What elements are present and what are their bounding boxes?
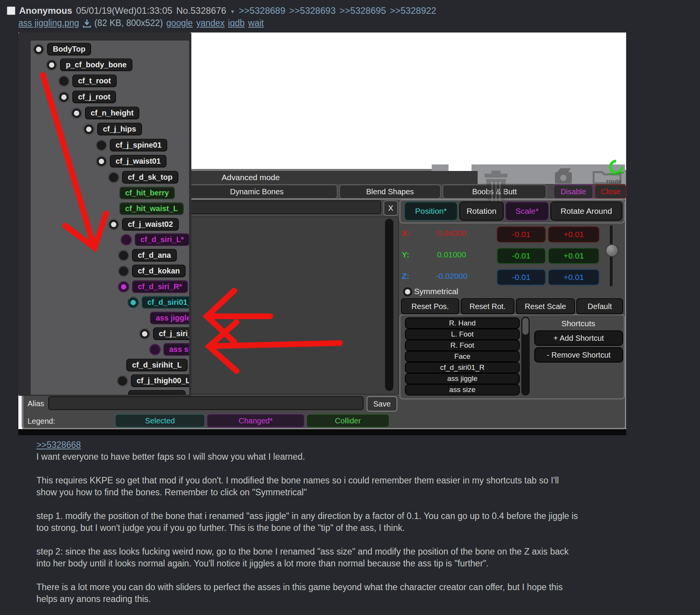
post-number[interactable]: No.5328676 [176, 5, 226, 16]
shortcut-item[interactable]: ass jiggle [405, 373, 520, 384]
bone-chip[interactable]: cf_j_thigh00_L [131, 374, 189, 387]
axis-z-plus-button[interactable]: +0.01 [548, 269, 599, 285]
backlink[interactable]: >>5328695 [339, 5, 386, 16]
post-checkbox[interactable] [7, 7, 15, 15]
file-name-link[interactable]: ass jiggling.png [18, 18, 79, 28]
bone-chip[interactable]: cf_n_height [85, 107, 139, 119]
mode-scale-button[interactable]: Scale* [505, 202, 549, 221]
expand-toggle[interactable] [46, 59, 57, 71]
expand-toggle[interactable] [71, 107, 82, 119]
file-info-row: ass jiggling.png (82 KB, 800x522) google… [18, 18, 264, 28]
post-menu-icon[interactable]: ▼ [230, 9, 235, 15]
search-link-google[interactable]: google [166, 18, 193, 28]
search-link-iqdb[interactable]: iqdb [228, 18, 245, 28]
backlink[interactable]: >>5328689 [239, 5, 285, 16]
expand-toggle[interactable] [149, 344, 161, 355]
shortcut-item[interactable]: L. Foot [405, 329, 520, 340]
expand-toggle[interactable] [127, 297, 139, 308]
shortcut-item[interactable]: ass size [405, 384, 520, 395]
remove-shortcut-button[interactable]: - Remove Shortcut [534, 347, 623, 363]
expand-toggle[interactable] [83, 124, 95, 135]
shortcut-item[interactable]: R. Foot [405, 340, 520, 351]
alias-label: Alias [28, 399, 44, 408]
tab-close[interactable]: Close [595, 184, 627, 199]
bone-chip[interactable]: cf_d_siri01_R* [142, 296, 189, 309]
bone-chip[interactable]: cf_hit_berry [119, 187, 175, 199]
expand-toggle[interactable] [96, 140, 107, 151]
alias-input[interactable] [48, 396, 364, 410]
bone-chip[interactable]: ass jiggle* [150, 312, 189, 324]
shortcut-item[interactable]: cf_d_siri01_R [405, 362, 520, 373]
bone-list-scrollbar[interactable] [385, 219, 393, 391]
tab-blend-shapes[interactable]: Blend Shapes [339, 184, 441, 199]
window-title: Advanced mode [222, 173, 280, 182]
axis-x-plus-button[interactable]: +0.01 [548, 226, 599, 242]
shortcuts-scrollbar-thumb[interactable] [522, 318, 529, 335]
save-button[interactable]: Save [367, 396, 397, 412]
default-button[interactable]: Default [576, 298, 623, 314]
expand-toggle[interactable] [58, 75, 70, 87]
symmetrical-label: Symmetrical [414, 287, 459, 296]
search-clear-button[interactable]: X [383, 200, 398, 216]
bone-chip[interactable]: cf_d_siri_R* [132, 280, 188, 293]
shortcut-item[interactable]: Face [405, 351, 520, 362]
search-link-wait[interactable]: wait [248, 18, 264, 28]
bone-chip[interactable]: cf_j_hips [97, 123, 142, 135]
download-icon[interactable] [83, 19, 91, 28]
bone-chip[interactable]: cf_t_root [72, 75, 117, 87]
body-paragraph: This requires KKPE so get that mod if yo… [36, 475, 582, 498]
reset-pos-button[interactable]: Reset Pos. [401, 298, 459, 314]
bone-chip[interactable]: cf_j_spine01 [110, 139, 167, 151]
tab-disable[interactable]: Disable [553, 184, 593, 199]
axis-y-plus-button[interactable]: +0.01 [548, 248, 599, 264]
bone-chip[interactable]: p_cf_body_bone [60, 59, 132, 71]
bone-chip[interactable]: cf_d_sirihit_L [126, 359, 188, 371]
expand-toggle[interactable] [108, 172, 119, 183]
route-icon [607, 159, 625, 178]
search-link-yandex[interactable]: yandex [196, 18, 225, 28]
expand-toggle[interactable] [108, 219, 119, 230]
axis-y-minus-button[interactable]: -0.01 [497, 248, 546, 264]
bone-chip[interactable]: cf_j_waist01 [110, 155, 166, 168]
axis-x-minus-button[interactable]: -0.01 [497, 226, 546, 242]
expand-toggle[interactable] [139, 328, 150, 340]
bone-chip[interactable]: cf_j_root [72, 91, 116, 103]
bone-chip[interactable]: cf_d_ana [132, 249, 177, 262]
expand-toggle[interactable] [121, 234, 132, 246]
bone-chip[interactable]: cf_j_waist02 [122, 218, 179, 231]
expand-toggle[interactable] [118, 265, 129, 277]
add-shortcut-button[interactable]: + Add Shortcut [534, 330, 623, 346]
expand-toggle[interactable] [58, 91, 70, 103]
shortcuts-scrollbar[interactable] [521, 317, 530, 395]
tab-dynamic-bones[interactable]: Dynamic Bones [176, 184, 338, 199]
symmetrical-toggle[interactable] [402, 286, 413, 298]
bone-chip[interactable]: cf_d_kokan [132, 265, 186, 277]
bone-chip[interactable]: cf_d_sk_top [122, 171, 178, 184]
bone-chip[interactable]: cf_d_siri_L* [135, 233, 189, 246]
body-paragraph: step 1. modify the position of the bone … [36, 510, 582, 534]
bone-chip[interactable]: cf_j_siri_R [153, 327, 189, 340]
legend-label: Legend: [28, 417, 55, 426]
expand-toggle[interactable] [117, 375, 128, 387]
axis-z-minus-button[interactable]: -0.01 [497, 269, 546, 285]
quote-link[interactable]: >>5328668 [36, 440, 81, 450]
backlink[interactable]: >>5328693 [289, 5, 336, 16]
legend-collider: Collider [306, 414, 390, 428]
expand-toggle[interactable] [118, 281, 129, 293]
bone-chip[interactable]: ass size* [163, 343, 189, 356]
bone-chip-clipped[interactable] [128, 390, 186, 395]
expand-toggle[interactable] [96, 156, 107, 167]
reset-scale-button[interactable]: Reset Scale [516, 298, 575, 314]
expand-toggle[interactable] [118, 250, 129, 261]
expand-toggle[interactable] [33, 44, 44, 55]
shortcut-item[interactable]: R. Hand [405, 317, 520, 329]
bone-chip[interactable]: BodyTop [47, 43, 91, 55]
mode-rotation-button[interactable]: Rotation [459, 202, 504, 221]
mode-position-button[interactable]: Position* [404, 202, 458, 221]
bone-chip[interactable]: cf_hit_waist_L [119, 202, 184, 215]
mode-rotate-around-button[interactable]: Rotate Around [550, 202, 622, 221]
reset-rot-button[interactable]: Reset Rot. [461, 298, 514, 314]
body-paragraph: step 2: since the ass looks fucking weir… [36, 546, 582, 569]
nudge-slider-handle[interactable] [605, 244, 618, 257]
backlink[interactable]: >>5328922 [390, 5, 436, 16]
